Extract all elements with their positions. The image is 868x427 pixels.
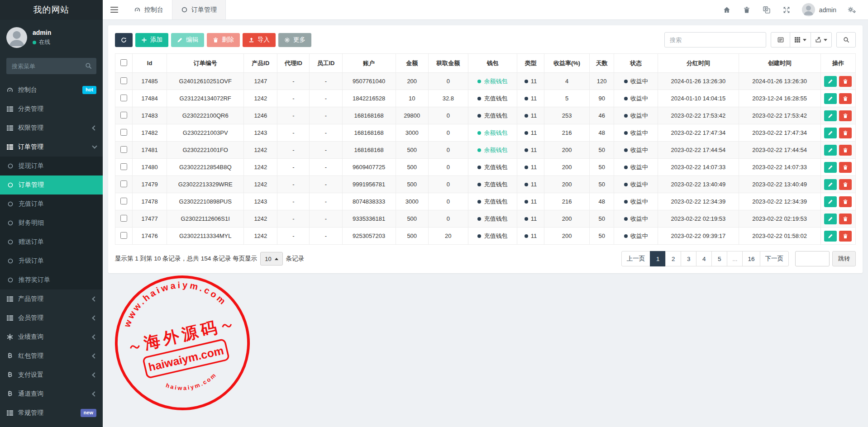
delete-button[interactable] [839, 76, 852, 87]
cell-type: 11 [517, 90, 544, 107]
user-menu[interactable]: admin [796, 3, 842, 16]
cell-order-no: G2302221001FO [167, 142, 244, 159]
sidebar-subitem[interactable]: 订单管理 [0, 176, 103, 195]
dark-dot-icon [525, 200, 528, 204]
row-checkbox[interactable] [120, 95, 127, 101]
sidebar-subitem[interactable]: 赠送订单 [0, 232, 103, 251]
sidebar-item[interactable]: 红包管理 [0, 346, 103, 365]
edit-button[interactable] [824, 110, 837, 121]
row-checkbox[interactable] [120, 163, 127, 170]
sidebar-item[interactable]: 控制台hot [0, 81, 103, 100]
row-checkbox[interactable] [120, 77, 127, 84]
home-icon[interactable] [717, 0, 737, 20]
pagination-prev[interactable]: 上一页 [621, 251, 651, 266]
sidebar-item[interactable]: 支付设置 [0, 365, 103, 384]
more-button[interactable]: 更多 [278, 33, 311, 47]
trash-icon[interactable] [737, 0, 757, 20]
cell-staff-id: - [310, 210, 342, 228]
table-row: 17484G231224134072RF1242--18422165281032… [115, 90, 856, 107]
watermark-stamp: www.haiwaiym.com 海外源码 haiwaiym.com haiwa… [103, 259, 266, 426]
gauge-icon [134, 6, 141, 13]
pagination: 上一页12345...16下一页 [621, 251, 789, 266]
cogs-icon[interactable] [842, 0, 862, 20]
export-dropdown-button[interactable] [811, 32, 832, 47]
delete-button[interactable] [839, 214, 852, 224]
edit-button[interactable] [824, 162, 837, 173]
language-icon[interactable] [757, 0, 777, 20]
cell-product-id: 1242 [244, 176, 277, 193]
delete-button[interactable] [839, 196, 852, 207]
pagination-page[interactable]: 2 [665, 251, 681, 266]
edit-button[interactable] [824, 93, 837, 104]
sidebar-subitem[interactable]: 推荐奖订单 [0, 270, 103, 289]
cell-dividend-time: 2023-02-22 12:34:39 [658, 193, 739, 210]
fullscreen-icon[interactable] [777, 0, 796, 20]
sidebar-subitem-label: 订单管理 [19, 181, 44, 189]
edit-button[interactable] [824, 128, 837, 138]
delete-button[interactable] [839, 162, 852, 173]
sidebar-item[interactable]: 业绩查询 [0, 327, 103, 346]
nav-tab[interactable]: 订单管理 [172, 0, 226, 19]
edit-button[interactable] [824, 76, 837, 87]
pagination-page[interactable]: 16 [742, 251, 760, 266]
add-button[interactable]: 添加 [135, 33, 168, 47]
header-checkbox-cell [115, 54, 133, 73]
delete-button[interactable] [839, 145, 852, 156]
search-button[interactable] [836, 32, 856, 47]
sidebar-item[interactable]: 会员管理 [0, 308, 103, 327]
delete-button[interactable]: 删除 [207, 33, 240, 47]
sidebar-subitem[interactable]: 充值订单 [0, 195, 103, 214]
row-checkbox[interactable] [120, 146, 127, 153]
sidebar-item[interactable]: 分类管理 [0, 100, 103, 119]
edit-button[interactable] [824, 145, 837, 156]
pagination-page[interactable]: 4 [696, 251, 712, 266]
dark-dot-icon [624, 148, 628, 152]
cell-days: 48 [590, 124, 614, 142]
sidebar-item[interactable]: 产品管理 [0, 289, 103, 308]
columns-dropdown-button[interactable] [790, 32, 811, 47]
row-checkbox[interactable] [120, 112, 127, 119]
refresh-button[interactable] [115, 33, 133, 47]
import-button[interactable]: 导入 [243, 33, 276, 47]
edit-button[interactable] [824, 179, 837, 190]
table-row: 17476G23022113334MYL1242--92530572035002… [115, 228, 856, 245]
online-dot-icon [33, 41, 36, 44]
edit-button[interactable] [824, 214, 837, 224]
delete-button[interactable] [839, 231, 852, 242]
nav-tab[interactable]: 控制台 [125, 0, 172, 19]
pagination-page[interactable]: 3 [681, 251, 696, 266]
detail-view-button[interactable] [771, 32, 790, 47]
select-all-checkbox[interactable] [120, 59, 127, 66]
delete-button[interactable] [839, 110, 852, 121]
delete-button[interactable] [839, 93, 852, 104]
sidebar-subitem[interactable]: 升级订单 [0, 251, 103, 270]
row-checkbox[interactable] [120, 129, 127, 136]
menu-toggle-icon[interactable] [103, 0, 125, 19]
jump-button[interactable]: 跳转 [832, 251, 856, 266]
pagination-page[interactable]: 1 [650, 251, 666, 266]
pagination-next[interactable]: 下一页 [760, 251, 789, 266]
sidebar-search-input[interactable] [6, 58, 96, 74]
table-search-input[interactable] [664, 32, 766, 47]
delete-button[interactable] [839, 179, 852, 190]
sidebar-item[interactable]: 常规管理new [0, 403, 103, 422]
edit-button[interactable]: 编辑 [171, 33, 204, 47]
sidebar-item[interactable]: 通道查询 [0, 384, 103, 403]
jump-page-input[interactable] [795, 251, 830, 266]
row-checkbox[interactable] [120, 215, 127, 222]
row-checkbox[interactable] [120, 180, 127, 187]
sidebar-item[interactable]: 权限管理 [0, 119, 103, 138]
edit-button[interactable] [824, 196, 837, 207]
delete-button[interactable] [839, 128, 852, 138]
pagination-page[interactable]: 5 [711, 251, 727, 266]
sidebar-subitem[interactable]: 提现订单 [0, 157, 103, 176]
search-icon[interactable] [85, 62, 92, 69]
cell-staff-id: - [310, 159, 342, 176]
sidebar-item[interactable]: 订单管理 [0, 138, 103, 157]
edit-button[interactable] [824, 231, 837, 242]
sidebar-subitem[interactable]: 财务明细 [0, 214, 103, 232]
row-checkbox[interactable] [120, 198, 127, 204]
page-size-dropdown[interactable]: 10 [260, 252, 282, 266]
row-checkbox[interactable] [120, 232, 127, 239]
table-footer: 显示第 1 到第 10 条记录，总共 154 条记录 每页显示 10 条记录 上… [115, 251, 856, 266]
